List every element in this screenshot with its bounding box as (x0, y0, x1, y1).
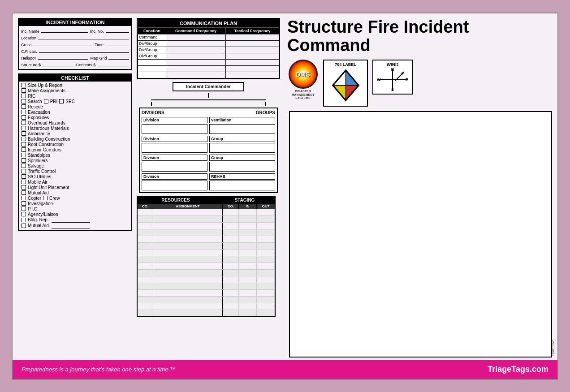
checkbox[interactable] (22, 147, 26, 152)
stg-in-cell[interactable] (239, 283, 257, 289)
checkbox[interactable] (22, 94, 26, 98)
checkbox[interactable] (22, 212, 26, 216)
tactical-freq-cell[interactable] (226, 47, 279, 53)
res-assignment-cell[interactable] (153, 229, 223, 236)
res-assignment-cell[interactable] (153, 223, 223, 229)
res-co-cell[interactable] (138, 236, 153, 242)
stg-out-cell[interactable] (257, 229, 275, 236)
checkbox[interactable] (22, 142, 26, 146)
division-input[interactable] (142, 143, 207, 153)
command-freq-cell[interactable] (166, 53, 226, 59)
stg-in-cell[interactable] (239, 223, 257, 229)
stg-in-cell[interactable] (239, 256, 257, 263)
res-co-cell[interactable] (138, 276, 153, 283)
stg-in-cell[interactable] (239, 303, 257, 310)
res-co-cell[interactable] (138, 290, 153, 296)
command-freq-cell[interactable] (166, 34, 226, 40)
res-assignment-cell[interactable] (153, 303, 223, 310)
tactical-freq-cell[interactable] (226, 53, 279, 59)
res-assignment-cell[interactable] (153, 236, 223, 242)
checkbox[interactable] (22, 99, 26, 103)
res-assignment-cell[interactable] (153, 243, 223, 249)
stg-co-cell[interactable] (223, 250, 239, 256)
tactical-freq-cell[interactable] (226, 72, 279, 78)
res-assignment-cell[interactable] (153, 250, 223, 256)
res-co-cell[interactable] (138, 229, 153, 236)
checkbox[interactable] (22, 83, 26, 87)
res-assignment-cell[interactable] (153, 276, 223, 283)
stg-co-cell[interactable] (223, 216, 239, 222)
stg-out-cell[interactable] (257, 263, 275, 269)
stg-in-cell[interactable] (239, 243, 257, 249)
res-assignment-cell[interactable] (153, 310, 223, 316)
checkbox[interactable] (22, 158, 26, 163)
checkbox[interactable] (22, 121, 26, 125)
res-assignment-cell[interactable] (153, 256, 223, 263)
stg-in-cell[interactable] (239, 276, 257, 283)
res-co-cell[interactable] (138, 256, 153, 263)
division-input[interactable] (142, 162, 207, 172)
command-freq-cell[interactable] (166, 59, 226, 65)
checkbox[interactable] (59, 99, 64, 103)
stg-out-cell[interactable] (257, 250, 275, 256)
stg-co-cell[interactable] (223, 236, 239, 242)
checkbox[interactable] (22, 201, 26, 206)
rehab-input[interactable] (209, 181, 275, 190)
stg-out-cell[interactable] (257, 209, 275, 215)
stg-co-cell[interactable] (223, 209, 239, 215)
stg-co-cell[interactable] (223, 256, 239, 263)
res-assignment-cell[interactable] (153, 270, 223, 276)
res-co-cell[interactable] (138, 243, 153, 249)
checkbox[interactable] (22, 185, 26, 190)
res-co-cell[interactable] (138, 310, 153, 316)
checkbox[interactable] (44, 99, 48, 103)
stg-in-cell[interactable] (239, 310, 257, 316)
res-assignment-cell[interactable] (153, 297, 223, 303)
stg-in-cell[interactable] (239, 250, 257, 256)
stg-out-cell[interactable] (257, 297, 275, 303)
res-co-cell[interactable] (138, 303, 153, 310)
res-co-cell[interactable] (138, 263, 153, 269)
checkbox[interactable] (22, 131, 26, 136)
res-assignment-cell[interactable] (153, 290, 223, 296)
stg-out-cell[interactable] (257, 236, 275, 242)
checkbox[interactable] (22, 224, 26, 228)
stg-co-cell[interactable] (223, 229, 239, 236)
res-assignment-cell[interactable] (153, 283, 223, 289)
stg-out-cell[interactable] (257, 276, 275, 283)
stg-out-cell[interactable] (257, 303, 275, 310)
stg-out-cell[interactable] (257, 290, 275, 296)
stg-co-cell[interactable] (223, 263, 239, 269)
checkbox[interactable] (22, 169, 26, 173)
stg-co-cell[interactable] (223, 283, 239, 289)
stg-in-cell[interactable] (239, 216, 257, 222)
notes-area[interactable] (289, 111, 552, 357)
res-co-cell[interactable] (138, 216, 153, 222)
command-freq-cell[interactable] (166, 47, 226, 53)
checkbox[interactable] (22, 110, 26, 114)
checkbox[interactable] (22, 115, 26, 120)
stg-out-cell[interactable] (257, 223, 275, 229)
tactical-freq-cell[interactable] (226, 65, 279, 72)
checkbox[interactable] (43, 196, 48, 200)
stg-in-cell[interactable] (239, 297, 257, 303)
res-co-cell[interactable] (138, 250, 153, 256)
res-assignment-cell[interactable] (153, 263, 223, 269)
res-co-cell[interactable] (138, 297, 153, 303)
stg-in-cell[interactable] (239, 229, 257, 236)
stg-out-cell[interactable] (257, 216, 275, 222)
checkbox[interactable] (22, 196, 26, 200)
group-input[interactable] (209, 143, 275, 153)
res-co-cell[interactable] (138, 223, 153, 229)
stg-co-cell[interactable] (223, 270, 239, 276)
checkbox[interactable] (22, 137, 26, 141)
checkbox[interactable] (22, 164, 26, 168)
res-assignment-cell[interactable] (153, 216, 223, 222)
stg-out-cell[interactable] (257, 310, 275, 316)
stg-in-cell[interactable] (239, 270, 257, 276)
command-freq-cell[interactable] (166, 72, 226, 78)
command-freq-cell[interactable] (166, 65, 226, 72)
stg-in-cell[interactable] (239, 290, 257, 296)
stg-out-cell[interactable] (257, 270, 275, 276)
checkbox[interactable] (22, 104, 26, 109)
